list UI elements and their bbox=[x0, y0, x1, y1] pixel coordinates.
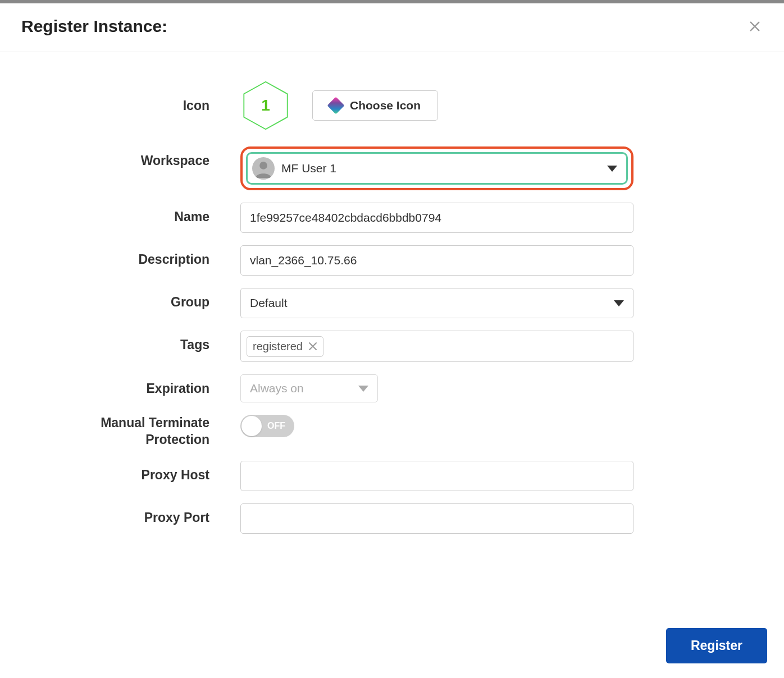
form-container: Icon 1 Choose Icon Workspace bbox=[0, 52, 784, 557]
close-icon bbox=[308, 342, 317, 351]
label-manual-terminate-protection: Manual Terminate Protection bbox=[21, 415, 240, 448]
form-row-name: Name bbox=[21, 203, 763, 233]
expiration-select[interactable]: Always on bbox=[240, 374, 378, 402]
label-name: Name bbox=[21, 203, 240, 225]
description-input[interactable] bbox=[240, 245, 633, 276]
choose-icon-label: Choose Icon bbox=[350, 99, 421, 112]
workspace-value: MF User 1 bbox=[281, 162, 600, 175]
toggle-state-label: OFF bbox=[267, 421, 285, 431]
dialog-title: Register Instance: bbox=[21, 17, 167, 36]
proxy-host-input[interactable] bbox=[240, 461, 633, 491]
label-tags: Tags bbox=[21, 331, 240, 352]
tag-chip: registered bbox=[247, 336, 323, 357]
group-select[interactable]: Default bbox=[240, 288, 633, 318]
chevron-down-icon bbox=[607, 166, 617, 172]
form-row-proxy-port: Proxy Port bbox=[21, 503, 763, 534]
svg-point-1 bbox=[259, 162, 267, 170]
manual-terminate-protection-toggle[interactable]: OFF bbox=[240, 415, 294, 437]
dialog-footer: Register bbox=[0, 613, 784, 678]
form-row-manual-terminate-protection: Manual Terminate Protection OFF bbox=[21, 415, 763, 448]
label-proxy-host: Proxy Host bbox=[21, 461, 240, 483]
proxy-port-input[interactable] bbox=[240, 503, 633, 534]
workspace-highlight-outline: MF User 1 bbox=[240, 146, 633, 190]
chevron-down-icon bbox=[358, 386, 368, 392]
form-row-group: Group Default bbox=[21, 288, 763, 318]
close-button[interactable] bbox=[747, 19, 763, 34]
label-group: Group bbox=[21, 288, 240, 310]
label-description: Description bbox=[21, 245, 240, 267]
choose-icon-button[interactable]: Choose Icon bbox=[312, 90, 438, 121]
expiration-value: Always on bbox=[250, 382, 304, 395]
label-expiration: Expiration bbox=[21, 374, 240, 396]
icon-badge-number: 1 bbox=[261, 97, 270, 114]
tags-input[interactable]: registered bbox=[240, 331, 633, 362]
register-button[interactable]: Register bbox=[666, 628, 767, 663]
form-row-workspace: Workspace MF User 1 bbox=[21, 146, 763, 190]
form-row-expiration: Expiration Always on bbox=[21, 374, 763, 402]
label-workspace: Workspace bbox=[21, 146, 240, 168]
icon-preview-hexagon: 1 bbox=[240, 80, 291, 131]
chevron-down-icon bbox=[614, 300, 624, 306]
user-avatar-icon bbox=[252, 157, 275, 180]
tag-label: registered bbox=[253, 340, 303, 353]
name-input[interactable] bbox=[240, 203, 633, 233]
dialog-header: Register Instance: bbox=[0, 3, 784, 52]
group-value: Default bbox=[250, 296, 288, 310]
close-icon bbox=[749, 20, 761, 33]
form-row-description: Description bbox=[21, 245, 763, 276]
toggle-knob bbox=[241, 416, 262, 436]
color-cube-icon bbox=[327, 97, 344, 114]
form-row-proxy-host: Proxy Host bbox=[21, 461, 763, 491]
label-icon: Icon bbox=[21, 98, 240, 113]
tag-remove-button[interactable] bbox=[308, 342, 317, 351]
form-row-tags: Tags registered bbox=[21, 331, 763, 362]
label-proxy-port: Proxy Port bbox=[21, 503, 240, 525]
form-row-icon: Icon 1 Choose Icon bbox=[21, 80, 763, 131]
workspace-select[interactable]: MF User 1 bbox=[246, 152, 628, 185]
